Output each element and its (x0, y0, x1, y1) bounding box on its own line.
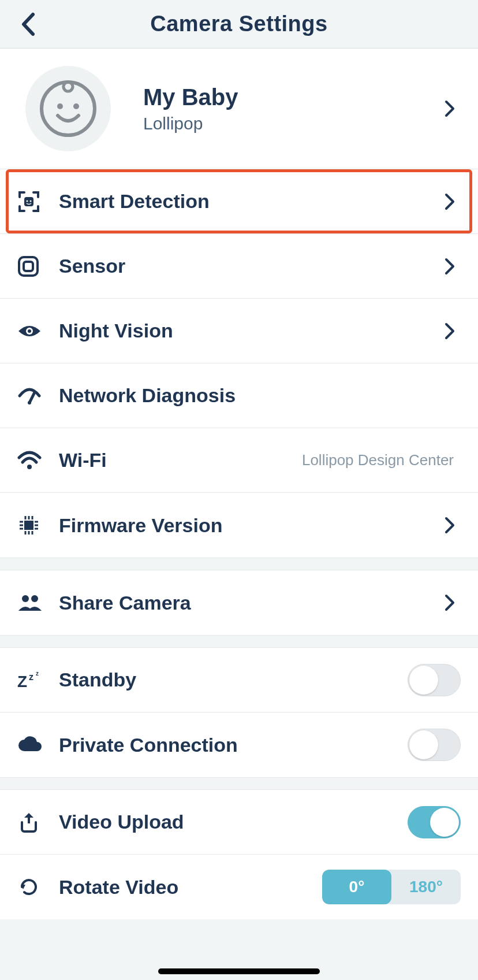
diagnosis-icon (17, 387, 42, 405)
svg-text:z: z (36, 670, 39, 677)
people-icon (17, 593, 43, 612)
row-label: Night Vision (59, 320, 432, 342)
upload-icon (17, 811, 40, 834)
row-label: Rotate Video (59, 876, 322, 899)
settings-list-2: Share Camera (0, 570, 478, 635)
svg-point-11 (28, 401, 31, 404)
row-firmware-version[interactable]: Firmware Version (0, 493, 478, 558)
profile-row[interactable]: My Baby Lollipop (0, 49, 478, 169)
svg-rect-13 (24, 521, 33, 530)
svg-text:z: z (29, 672, 33, 682)
profile-chevron (432, 100, 461, 117)
section-gap (0, 558, 478, 570)
row-label: Smart Detection (59, 190, 432, 213)
row-standby: Z z z Standby (0, 648, 478, 712)
row-private-connection: Private Connection (0, 712, 478, 777)
rotate-icon (17, 875, 40, 899)
profile-name: My Baby (143, 84, 432, 110)
rotate-segmented[interactable]: 0° 180° (322, 870, 461, 904)
section-gap (0, 777, 478, 790)
chevron-right-icon (445, 322, 455, 340)
svg-point-1 (57, 103, 63, 109)
svg-point-4 (27, 200, 28, 202)
wifi-icon (17, 451, 42, 470)
svg-point-5 (30, 200, 32, 202)
row-label: Video Upload (59, 811, 408, 833)
svg-point-27 (31, 595, 38, 602)
chevron-right-icon (445, 517, 455, 534)
row-sensor[interactable]: Sensor (0, 234, 478, 299)
settings-list-3: Z z z Standby Private Connection (0, 648, 478, 777)
cloud-icon (17, 736, 43, 753)
svg-point-9 (28, 329, 31, 333)
row-label: Firmware Version (59, 514, 432, 537)
row-label: Share Camera (59, 592, 432, 614)
settings-list-4: Video Upload Rotate Video 0° 180° (0, 790, 478, 919)
standby-toggle[interactable] (408, 664, 461, 696)
row-label: Private Connection (59, 734, 408, 756)
row-network-diagnosis[interactable]: Network Diagnosis (0, 363, 478, 428)
page-title: Camera Settings (0, 12, 478, 36)
svg-rect-7 (24, 262, 33, 271)
svg-point-2 (73, 103, 79, 109)
svg-rect-3 (24, 197, 33, 206)
row-label: Network Diagnosis (59, 384, 461, 407)
row-wifi[interactable]: Wi-Fi Lollipop Design Center (0, 428, 478, 493)
baby-face-icon (39, 80, 97, 138)
chip-icon (17, 514, 40, 537)
rotate-option-180[interactable]: 180° (391, 870, 461, 904)
row-smart-detection[interactable]: Smart Detection (0, 169, 478, 234)
wifi-value: Lollipop Design Center (302, 451, 454, 469)
home-indicator (158, 968, 320, 974)
chevron-right-icon (445, 594, 455, 611)
row-label: Standby (59, 669, 408, 691)
chevron-right-icon (445, 258, 455, 275)
rotate-option-0[interactable]: 0° (322, 870, 391, 904)
chevron-right-icon (445, 193, 455, 210)
row-night-vision[interactable]: Night Vision (0, 299, 478, 363)
face-scan-icon (17, 190, 40, 213)
row-share-camera[interactable]: Share Camera (0, 570, 478, 635)
header: Camera Settings (0, 0, 478, 49)
profile-device: Lollipop (143, 114, 432, 133)
svg-point-26 (22, 595, 29, 602)
avatar (25, 66, 111, 151)
svg-point-12 (27, 465, 32, 469)
sensor-icon (17, 255, 39, 277)
chevron-right-icon (445, 100, 455, 117)
private-connection-toggle[interactable] (408, 729, 461, 761)
row-label: Sensor (59, 255, 432, 277)
sleep-icon: Z z z (17, 670, 43, 691)
profile-text: My Baby Lollipop (143, 84, 432, 133)
row-label: Wi-Fi (59, 449, 302, 472)
svg-line-10 (29, 392, 35, 403)
svg-rect-6 (19, 257, 38, 276)
back-button[interactable] (16, 7, 39, 42)
settings-list-1: Smart Detection Sensor Night Vision (0, 169, 478, 558)
video-upload-toggle[interactable] (408, 806, 461, 838)
section-gap (0, 635, 478, 648)
row-video-upload: Video Upload (0, 790, 478, 855)
eye-icon (17, 323, 42, 339)
svg-text:Z: Z (17, 673, 27, 691)
chevron-left-icon (20, 12, 35, 36)
row-rotate-video: Rotate Video 0° 180° (0, 855, 478, 919)
